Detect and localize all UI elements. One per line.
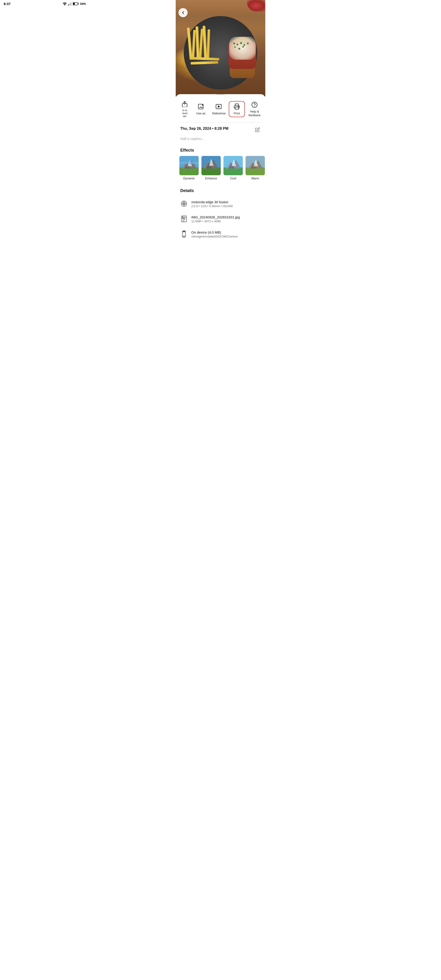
svg-point-63 [184,236,184,237]
svg-rect-20 [179,167,199,175]
action-item-share[interactable]: re tockedder [178,99,191,119]
effect-thumb-enhance [201,156,221,175]
svg-rect-28 [201,167,221,175]
slideshow-icon [215,103,222,110]
action-label-help: Help &feedback [248,110,261,117]
pencil-icon [255,127,260,132]
edit-date-button[interactable] [254,127,261,133]
camera-detail-content: motorola edge 30 fusion ƒ/1.8 • 1/33 • 5… [191,200,261,208]
storage-subtitle: /storage/emulated/0/DCIM/Camera [191,235,261,238]
image-file-icon [180,215,188,223]
file-subtitle: 12.6MP • 3072 x 4096 [191,220,261,223]
effect-label-enhance: Enhance [205,177,217,180]
effect-item-warm[interactable]: Warm [245,156,265,180]
effect-label-warm: Warm [251,177,259,180]
detail-item-storage: On device (4.0 MB) /storage/emulated/0/D… [176,227,265,242]
details-title: Details [176,186,265,196]
action-item-help[interactable]: Help &feedback [247,100,263,118]
svg-point-59 [182,216,183,217]
effect-item-enhance[interactable]: Enhance [201,156,221,180]
svg-rect-15 [235,107,239,109]
svg-point-17 [252,102,257,108]
caption-area[interactable]: Add a caption... [176,135,265,145]
effect-thumb-cool [223,156,243,175]
back-button[interactable] [178,8,188,17]
print-icon [233,103,240,110]
effect-item-cool[interactable]: Cool [223,156,243,180]
share-icon [181,100,188,108]
action-label-print: Print [234,111,240,115]
svg-point-16 [238,106,239,107]
date-section: Thu, Sep 26, 2024 • 8:28 PM [176,123,265,135]
effect-label-cool: Cool [230,177,236,180]
date-text: Thu, Sep 26, 2024 • 8:28 PM [180,127,228,131]
action-item-print[interactable]: Print [229,101,245,117]
effect-thumb-dynamic [179,156,199,175]
action-label-slideshow: Slideshow [212,111,226,115]
effects-title: Effects [176,145,265,156]
effects-section: Effects Dynamic [176,145,265,184]
camera-subtitle: ƒ/1.8 • 1/33 • 5.56mm • ISO400 [191,204,261,208]
camera-lens-icon [180,200,188,207]
effect-thumb-warm [245,156,265,175]
effect-item-dynamic[interactable]: Dynamic [179,156,199,180]
action-item-slideshow[interactable]: Slideshow [211,102,227,117]
photo-area [176,0,265,97]
help-icon [251,101,258,108]
bottom-sheet: re tockedder Use as Slides [176,94,265,250]
svg-rect-34 [223,167,243,175]
action-label-share: re tockedder [182,109,188,118]
caption-placeholder-text: Add a caption... [180,137,204,140]
storage-detail-content: On device (4.0 MB) /storage/emulated/0/D… [191,231,261,238]
action-label-use-as: Use as [196,111,205,115]
file-title: IMG_20240926_202831831.jpg [191,215,261,219]
svg-rect-40 [245,167,265,175]
camera-title: motorola edge 30 fusion [191,200,261,204]
action-item-use-as[interactable]: Use as [193,102,209,117]
detail-item-camera: motorola edge 30 fusion ƒ/1.8 • 1/33 • 5… [176,196,265,212]
details-section: Details motorola edge 30 fusion ƒ/1.8 • … [176,184,265,245]
use-as-icon [197,103,204,110]
detail-item-file: IMG_20240926_202831831.jpg 12.6MP • 3072… [176,212,265,227]
effects-row: Dynamic Enhance [176,156,265,184]
action-bar: re tockedder Use as Slides [176,95,265,122]
phone-storage-icon [180,231,188,238]
file-detail-content: IMG_20240926_202831831.jpg 12.6MP • 3072… [191,215,261,223]
svg-rect-64 [183,231,185,232]
effect-label-dynamic: Dynamic [183,177,195,180]
storage-title: On device (4.0 MB) [191,231,261,234]
svg-rect-26 [179,162,199,164]
svg-point-47 [183,203,185,204]
svg-marker-14 [218,106,220,107]
